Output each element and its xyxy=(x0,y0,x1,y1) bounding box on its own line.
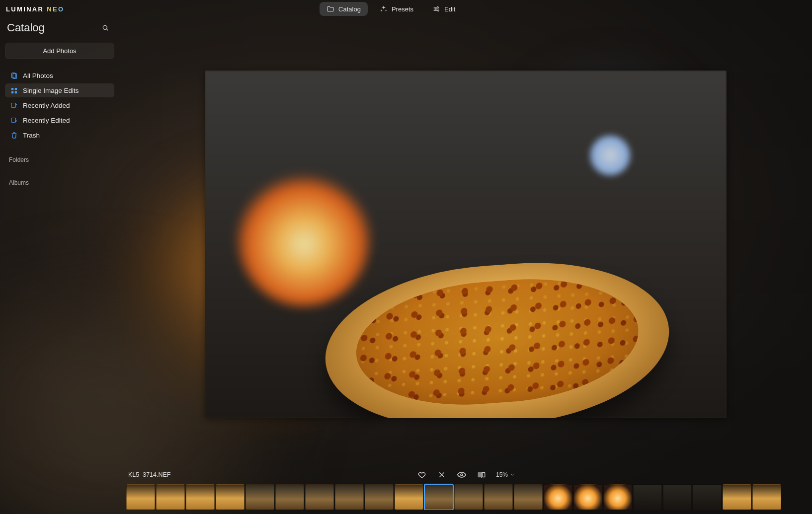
tab-label: Catalog xyxy=(338,5,361,13)
filmstrip-thumb[interactable] xyxy=(454,484,483,510)
tab-catalog[interactable]: Catalog xyxy=(320,2,368,16)
filmstrip-thumb[interactable] xyxy=(245,484,274,510)
favorite-button[interactable] xyxy=(416,469,427,480)
tab-label: Presets xyxy=(392,5,413,13)
eye-icon xyxy=(457,470,467,480)
section-folders[interactable]: Folders xyxy=(4,152,115,165)
filmstrip-thumb[interactable] xyxy=(573,484,602,510)
svg-point-2 xyxy=(438,10,439,11)
filmstrip[interactable] xyxy=(126,483,805,510)
svg-rect-8 xyxy=(11,91,13,93)
search-button[interactable] xyxy=(98,21,112,35)
mode-tabs: Catalog Presets Edit xyxy=(320,2,552,16)
sidebar-item-label: Recently Edited xyxy=(23,117,70,124)
filmstrip-thumb[interactable] xyxy=(484,484,513,510)
zoom-dropdown[interactable]: 15% xyxy=(496,471,515,478)
image-preview[interactable] xyxy=(205,71,727,418)
sidebar-item-recent-edit[interactable]: Recently Edited xyxy=(5,113,114,127)
filmstrip-thumb[interactable] xyxy=(693,484,722,510)
chevron-down-icon xyxy=(510,472,515,477)
sidebar-item-grid[interactable]: Single Image Edits xyxy=(5,83,114,97)
filmstrip-thumb[interactable] xyxy=(424,484,453,510)
preview-light xyxy=(588,133,633,178)
main-area xyxy=(119,17,812,466)
preview-tools: 15% xyxy=(416,469,515,480)
filmstrip-thumb[interactable] xyxy=(395,484,423,510)
recent-edit-icon xyxy=(10,116,18,124)
svg-rect-14 xyxy=(482,473,485,477)
filmstrip-thumb[interactable] xyxy=(126,484,155,510)
grid-icon xyxy=(10,86,18,94)
section-albums[interactable]: Albums xyxy=(4,175,115,188)
filmstrip-thumb[interactable] xyxy=(186,484,215,510)
svg-point-1 xyxy=(435,8,436,10)
zoom-value: 15% xyxy=(496,471,508,478)
tab-label: Edit xyxy=(444,5,455,13)
filmstrip-thumb[interactable] xyxy=(663,484,692,510)
filmstrip-thumb[interactable] xyxy=(752,484,781,510)
sidebar-item-label: Trash xyxy=(23,132,40,139)
photos-icon xyxy=(10,72,18,79)
folder-icon xyxy=(326,5,334,13)
sidebar: Catalog Add Photos All PhotosSingle Imag… xyxy=(0,17,119,514)
svg-rect-9 xyxy=(14,91,16,93)
svg-point-0 xyxy=(437,6,438,8)
sidebar-item-label: Recently Added xyxy=(23,102,70,109)
sidebar-item-trash[interactable]: Trash xyxy=(5,128,114,142)
preview-original-button[interactable] xyxy=(456,469,467,480)
reject-button[interactable] xyxy=(436,469,447,480)
preview-fire xyxy=(236,168,372,307)
filmstrip-thumb[interactable] xyxy=(216,484,244,510)
topbar: LUMINAR NEO Catalog Presets Edit xyxy=(0,0,812,17)
app-brand: LUMINAR NEO xyxy=(6,5,65,13)
svg-point-3 xyxy=(103,25,107,29)
recent-add-icon xyxy=(10,101,18,109)
filmstrip-thumb[interactable] xyxy=(305,484,334,510)
svg-rect-11 xyxy=(11,118,15,122)
filmstrip-thumb[interactable] xyxy=(275,484,304,510)
svg-rect-6 xyxy=(11,87,13,89)
heart-icon xyxy=(417,470,426,479)
filmstrip-thumb[interactable] xyxy=(365,484,394,510)
brand-text-1: LUMINAR xyxy=(6,5,44,13)
tab-edit[interactable]: Edit xyxy=(425,2,462,16)
meta-row: KL5_3714.NEF xyxy=(126,469,805,480)
svg-rect-10 xyxy=(11,103,15,107)
filmstrip-thumb[interactable] xyxy=(544,484,572,510)
filmstrip-thumb[interactable] xyxy=(723,484,751,510)
compare-button[interactable] xyxy=(476,469,487,480)
add-photos-button[interactable]: Add Photos xyxy=(5,43,114,59)
sparkle-icon xyxy=(380,5,388,13)
bottom-bar: KL5_3714.NEF xyxy=(119,466,812,514)
brand-text-2: NEO xyxy=(47,5,64,13)
compare-icon xyxy=(477,470,486,479)
sidebar-header: Catalog xyxy=(4,20,115,37)
filmstrip-thumb[interactable] xyxy=(514,484,543,510)
svg-point-12 xyxy=(461,474,463,476)
tab-presets[interactable]: Presets xyxy=(373,2,420,16)
svg-rect-7 xyxy=(14,87,16,89)
filmstrip-thumb[interactable] xyxy=(603,484,632,510)
trash-icon xyxy=(10,131,18,139)
add-photos-label: Add Photos xyxy=(43,47,76,55)
close-icon xyxy=(438,471,446,479)
sidebar-title: Catalog xyxy=(7,21,45,34)
filmstrip-thumb[interactable] xyxy=(335,484,364,510)
sidebar-item-recent-add[interactable]: Recently Added xyxy=(5,98,114,112)
sidebar-item-photos[interactable]: All Photos xyxy=(5,69,114,82)
file-name-label: KL5_3714.NEF xyxy=(128,471,208,478)
filmstrip-thumb[interactable] xyxy=(633,484,662,510)
sidebar-item-label: All Photos xyxy=(23,72,53,79)
filmstrip-thumb[interactable] xyxy=(156,484,185,510)
svg-rect-13 xyxy=(478,473,481,477)
sidebar-item-label: Single Image Edits xyxy=(23,87,79,94)
sidebar-nav: All PhotosSingle Image EditsRecently Add… xyxy=(4,68,115,143)
search-icon xyxy=(101,24,109,32)
sliders-icon xyxy=(432,5,440,13)
